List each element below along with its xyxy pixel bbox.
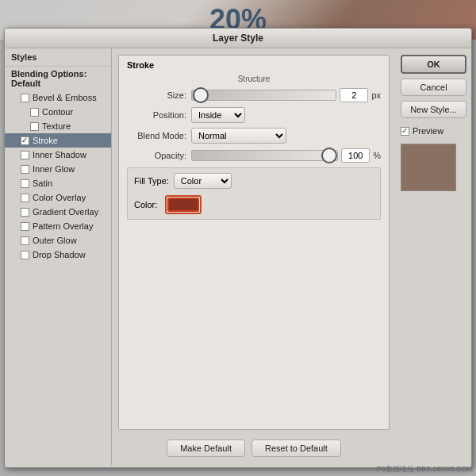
sidebar-item-color-overlay[interactable]: Color Overlay (5, 190, 111, 205)
dialog-titlebar: Layer Style (5, 29, 471, 48)
size-slider[interactable] (191, 90, 336, 101)
inner-glow-checkbox[interactable] (21, 165, 29, 174)
size-input[interactable]: 2 (340, 88, 368, 102)
sidebar-item-inner-glow[interactable]: Inner Glow (5, 162, 111, 176)
color-swatch-wrapper[interactable] (165, 195, 202, 214)
size-slider-container: 2 px (191, 88, 381, 102)
opacity-label: Opacity: (127, 151, 186, 160)
sidebar-item-bevel-emboss[interactable]: Bevel & Emboss (5, 90, 111, 105)
preview-box (401, 144, 456, 191)
bevel-emboss-checkbox[interactable] (21, 94, 29, 102)
position-label: Position: (127, 110, 186, 120)
stroke-section-title: Stroke (127, 60, 381, 70)
blend-mode-row: Blend Mode: Normal Multiply Screen Overl… (127, 128, 381, 144)
contour-checkbox[interactable] (30, 108, 39, 117)
watermark: PS教程论坛 BBS.16XX8.COM (376, 464, 473, 474)
right-panel: OK Cancel New Style... Preview (396, 48, 471, 465)
fill-type-section: Fill Type: Color Gradient Pattern Color: (127, 167, 381, 220)
sidebar-item-texture[interactable]: Texture (5, 119, 111, 133)
preview-checkbox[interactable] (401, 127, 409, 136)
make-default-button[interactable]: Make Default (167, 440, 245, 457)
layer-style-dialog: Layer Style Styles Blending Options: Def… (4, 28, 472, 468)
sidebar-item-pattern-overlay[interactable]: Pattern Overlay (5, 219, 111, 233)
sidebar-item-stroke[interactable]: Stroke (5, 133, 111, 148)
styles-panel-header: Styles (5, 48, 111, 67)
color-label: Color: (134, 200, 157, 209)
gradient-overlay-checkbox[interactable] (21, 208, 29, 217)
satin-checkbox[interactable] (21, 179, 29, 188)
sidebar-item-drop-shadow[interactable]: Drop Shadow (5, 248, 111, 262)
position-row: Position: Inside Outside Center (127, 107, 381, 123)
sidebar-item-gradient-overlay[interactable]: Gradient Overlay (5, 205, 111, 219)
preview-text: Preview (413, 126, 443, 136)
color-swatch[interactable] (167, 198, 199, 212)
size-label: Size: (127, 90, 186, 100)
color-row: Color: (134, 195, 374, 214)
sidebar-item-inner-shadow[interactable]: Inner Shadow (5, 148, 111, 162)
sidebar-item-satin[interactable]: Satin (5, 176, 111, 190)
blend-mode-select[interactable]: Normal Multiply Screen Overlay (191, 128, 286, 144)
ok-button[interactable]: OK (401, 55, 466, 74)
pattern-overlay-checkbox[interactable] (21, 222, 29, 231)
fill-type-label: Fill Type: (134, 176, 169, 186)
main-content-area: Stroke Structure Size: 2 px Position: In… (112, 48, 396, 465)
stroke-checkbox[interactable] (21, 136, 29, 145)
texture-checkbox[interactable] (30, 122, 39, 131)
styles-panel: Styles Blending Options: Default Bevel &… (5, 48, 112, 465)
cancel-button[interactable]: Cancel (401, 79, 466, 96)
structure-subtitle: Structure (127, 75, 381, 83)
position-select[interactable]: Inside Outside Center (191, 107, 245, 123)
opacity-unit: % (373, 151, 381, 160)
sidebar-item-outer-glow[interactable]: Outer Glow (5, 233, 111, 248)
dialog-body: Styles Blending Options: Default Bevel &… (5, 48, 471, 465)
sidebar-item-contour[interactable]: Contour (5, 105, 111, 119)
bottom-buttons-area: Make Default Reset to Default (118, 435, 390, 459)
fill-type-select[interactable]: Color Gradient Pattern (174, 173, 232, 189)
opacity-slider[interactable] (191, 150, 338, 161)
reset-to-default-button[interactable]: Reset to Default (251, 440, 341, 457)
opacity-input[interactable]: 100 (341, 148, 370, 163)
color-overlay-checkbox[interactable] (21, 194, 29, 202)
stroke-section: Stroke Structure Size: 2 px Position: In… (118, 55, 390, 430)
opacity-slider-container: 100 % (191, 148, 381, 163)
blend-mode-label: Blend Mode: (127, 131, 186, 140)
drop-shadow-checkbox[interactable] (21, 251, 29, 259)
size-row: Size: 2 px (127, 88, 381, 102)
preview-label-row: Preview (401, 126, 466, 136)
dialog-title: Layer Style (213, 33, 263, 44)
opacity-row: Opacity: 100 % (127, 148, 381, 163)
new-style-button[interactable]: New Style... (401, 101, 466, 118)
inner-shadow-checkbox[interactable] (21, 151, 29, 159)
fill-type-header: Fill Type: Color Gradient Pattern (134, 173, 374, 189)
size-unit: px (371, 90, 381, 100)
outer-glow-checkbox[interactable] (21, 236, 29, 245)
sidebar-item-blending-options[interactable]: Blending Options: Default (5, 67, 111, 90)
